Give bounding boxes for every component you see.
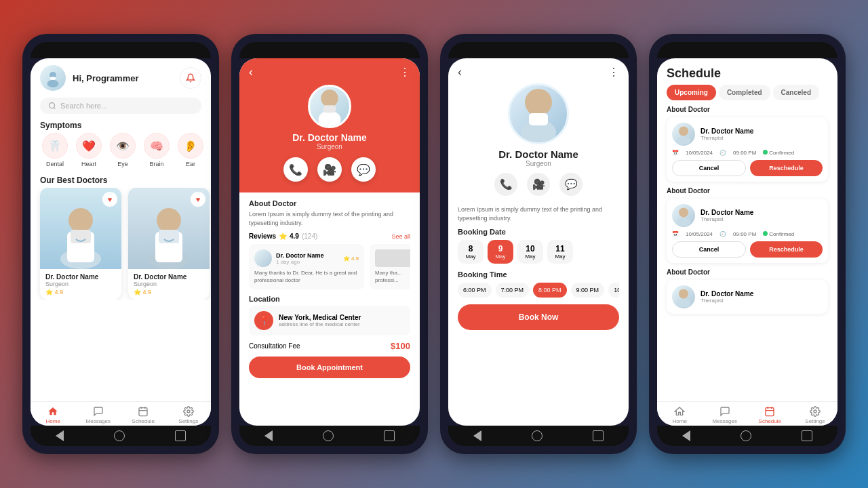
- p3-more-btn[interactable]: ⋮: [608, 66, 619, 79]
- back-hw-btn-3[interactable]: [473, 430, 481, 441]
- bottom-bar-4: [657, 426, 837, 446]
- see-all-btn[interactable]: See all: [391, 233, 410, 240]
- nav4-settings[interactable]: Settings: [793, 406, 838, 424]
- time-8pm[interactable]: 8:00 PM: [533, 283, 567, 298]
- avatar: [40, 65, 66, 91]
- p2-more-btn[interactable]: ⋮: [399, 66, 410, 79]
- appt-btns-2: Cancel Reschedule: [672, 241, 823, 258]
- svg-point-24: [676, 137, 690, 144]
- doctor-img-1: ♥: [40, 188, 121, 269]
- doctor-img-2: ♥: [128, 188, 210, 269]
- reviewer-date: 1 day ago: [276, 259, 324, 265]
- cancel-btn-1[interactable]: Cancel: [672, 160, 746, 176]
- appt-doc-info-1: Dr. Doctor Name Therapist: [701, 127, 753, 141]
- chat-btn[interactable]: 💬: [351, 157, 376, 182]
- tab-completed[interactable]: Completed: [719, 85, 770, 100]
- recents-hw-btn[interactable]: [175, 430, 186, 441]
- appt-avatar-1: [672, 123, 695, 146]
- ear-icon: 👂: [178, 133, 203, 159]
- back-hw-btn-2[interactable]: [264, 430, 273, 441]
- doctor-name-2: Dr. Doctor Name: [134, 273, 204, 281]
- consult-label: Consultation Fee: [249, 342, 300, 350]
- symptom-heart[interactable]: ❤️ Heart: [74, 133, 104, 167]
- appt-doc-info-2: Dr. Doctor Name Therapist: [701, 209, 753, 222]
- rating: 4.9: [290, 232, 299, 240]
- p3-back-btn[interactable]: ‹: [458, 65, 462, 79]
- doctors-title: Our Best Doctors: [31, 171, 211, 188]
- reviewer-avatar: [254, 249, 272, 267]
- doctor-card-2[interactable]: ♥ Dr. Doctor Name Surgeon ⭐ 4.9: [128, 188, 210, 300]
- nav-messages[interactable]: Messages: [76, 406, 121, 424]
- tab-upcoming[interactable]: Upcoming: [667, 85, 716, 100]
- notch-4: [720, 42, 774, 52]
- home-hw-btn-4[interactable]: [741, 430, 751, 441]
- home-hw-btn[interactable]: [114, 430, 125, 441]
- appt-card-2: Dr. Doctor Name Therapist 📅 10/05/2024 🕘…: [667, 199, 828, 263]
- p2-avatar: [308, 85, 351, 128]
- consult-row: Consultation Fee $100: [249, 341, 410, 351]
- date-pills: 8 May 9 May 10 May 11 May: [458, 240, 619, 264]
- time-9pm[interactable]: 9:00 PM: [571, 283, 605, 298]
- nav-settings[interactable]: Settings: [166, 406, 212, 424]
- time-7pm[interactable]: 7:00 PM: [496, 283, 530, 298]
- cancel-btn-2[interactable]: Cancel: [672, 241, 746, 258]
- p2-action-btns: 📞 🎥 💬: [283, 157, 376, 182]
- p3-chat-btn[interactable]: 💬: [559, 173, 583, 196]
- review-cards: Dr. Doctor Name 1 day ago ⭐ 4.9 Many tha…: [249, 244, 410, 289]
- consult-price: $100: [391, 341, 410, 351]
- recents-hw-btn-2[interactable]: [384, 430, 395, 441]
- appt-card-1: Dr. Doctor Name Therapist 📅 10/05/2024 🕘…: [667, 117, 828, 182]
- book-appointment-btn[interactable]: Book Appointment: [249, 357, 410, 378]
- p2-back-btn[interactable]: ‹: [249, 65, 253, 79]
- bell-button[interactable]: [180, 67, 201, 89]
- back-hw-btn[interactable]: [56, 430, 64, 441]
- doctor-info-2: Dr. Doctor Name Surgeon ⭐ 4.9: [128, 269, 210, 300]
- reschedule-btn-2[interactable]: Reschedule: [750, 241, 823, 258]
- nav-schedule[interactable]: Schedule: [121, 406, 166, 424]
- book-now-btn[interactable]: Book Now: [458, 304, 619, 330]
- doctors-row: ♥ Dr. Doctor Name Surgeon ⭐ 4.9: [31, 188, 211, 300]
- symptom-eye[interactable]: 👁️ Eye: [108, 133, 138, 167]
- appt-time-2: 09:00 PM: [733, 231, 756, 237]
- p3-avatar: [508, 83, 569, 144]
- tab-canceled[interactable]: Canceled: [773, 85, 819, 100]
- symptom-ear[interactable]: 👂 Ear: [176, 133, 205, 167]
- svg-point-25: [679, 208, 688, 218]
- doctor-card-1[interactable]: ♥ Dr. Doctor Name Surgeon ⭐ 4.9: [40, 188, 121, 300]
- call-btn[interactable]: 📞: [283, 157, 308, 182]
- p3-name: Dr. Doctor Name: [498, 148, 578, 160]
- review-card-2: Many tha... professi...: [370, 244, 410, 289]
- brain-icon: 🧠: [144, 133, 170, 159]
- video-btn[interactable]: 🎥: [317, 157, 342, 182]
- bottom-nav-1: Home Messages Schedule Settings: [31, 401, 211, 426]
- home-hw-btn-3[interactable]: [532, 430, 542, 441]
- nav4-schedule[interactable]: Schedule: [747, 406, 793, 424]
- time-6pm[interactable]: 6:00 PM: [458, 283, 492, 298]
- p3-call-btn[interactable]: 📞: [494, 173, 517, 196]
- date-9-may[interactable]: 9 May: [488, 240, 513, 264]
- back-hw-btn-4[interactable]: [682, 430, 690, 441]
- time-10pm[interactable]: 10: [608, 283, 619, 298]
- nav-home[interactable]: Home: [31, 406, 76, 424]
- svg-point-10: [157, 208, 181, 232]
- search-bar[interactable]: Search here...: [40, 98, 201, 114]
- doctor-spec-1: Surgeon: [45, 281, 116, 287]
- doctor-spec-2: Surgeon: [134, 281, 204, 287]
- recents-hw-btn-4[interactable]: [802, 430, 812, 441]
- reschedule-btn-1[interactable]: Reschedule: [750, 160, 823, 176]
- p3-video-btn[interactable]: 🎥: [527, 173, 550, 196]
- date-11-may[interactable]: 11 May: [547, 240, 573, 264]
- location-pin-icon: 📍: [254, 311, 273, 330]
- symptom-brain[interactable]: 🧠 Brain: [142, 133, 172, 167]
- p2-name: Dr. Doctor Name: [292, 132, 367, 143]
- home-hw-btn-2[interactable]: [323, 430, 334, 441]
- notch-3: [511, 42, 566, 52]
- nav4-messages[interactable]: Messages: [703, 406, 748, 424]
- nav4-home[interactable]: Home: [657, 406, 703, 424]
- notch-1: [94, 42, 148, 52]
- reviewer-name: Dr. Doctor Name: [276, 252, 324, 259]
- symptom-dental[interactable]: 🦷 Dental: [40, 133, 70, 167]
- date-10-may[interactable]: 10 May: [517, 240, 543, 264]
- date-8-may[interactable]: 8 May: [458, 240, 484, 264]
- recents-hw-btn-3[interactable]: [593, 430, 604, 441]
